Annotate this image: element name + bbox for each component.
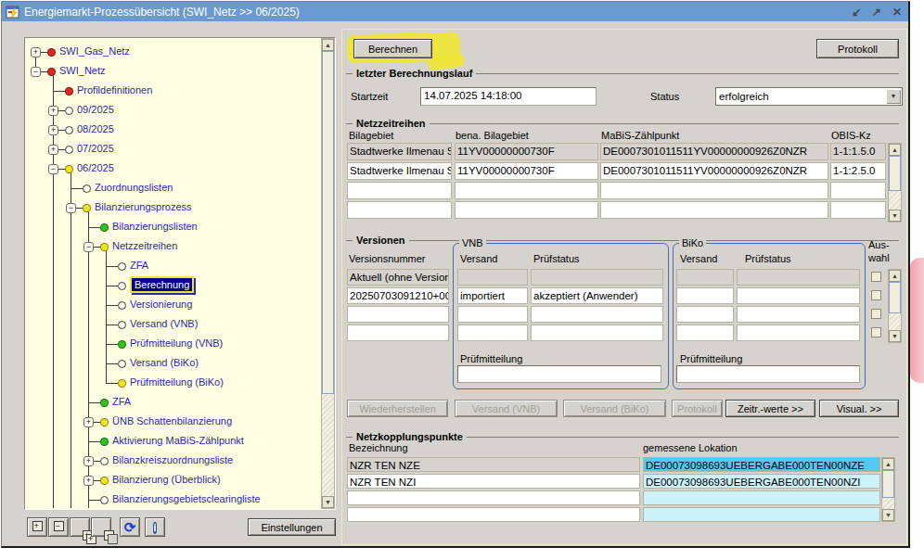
versionen-biko-versand-cell[interactable] [676, 306, 734, 323]
nkp-lokation-cell[interactable] [643, 490, 880, 505]
tree-item-zfa[interactable]: ZFA [130, 260, 148, 271]
auswahl-checkbox[interactable] [871, 290, 881, 300]
tree-item-zfa[interactable]: ZFA [112, 396, 131, 407]
expand-plus-icon[interactable]: + [83, 456, 94, 466]
versionen-vnb-pruefstatus-cell[interactable]: akzeptiert (Anwender) [531, 287, 663, 304]
versionen-vnb-versand-cell[interactable] [457, 306, 528, 323]
zeitr-werte--button[interactable]: Zeitr.-werte >> [725, 400, 815, 417]
nkp-lokation-cell[interactable]: DE00073098693UEBERGABE000TEN00NZE [643, 457, 880, 472]
status-dropdown[interactable]: erfolgreich ▼ [715, 87, 903, 106]
tree-item-bilanzierungsgebietsclearingliste[interactable]: Bilanzierungsgebietsclearingliste [112, 493, 261, 504]
minimize-icon[interactable]: ↙ [849, 6, 864, 19]
versionen-vnb-pruefstatus-cell[interactable] [531, 325, 663, 341]
versionen-versionsnummer-cell[interactable]: 20250703091210+00 [347, 287, 449, 304]
netzzeitreihen-cell[interactable] [455, 182, 598, 199]
netzzeitreihen-cell[interactable] [600, 182, 828, 199]
scrollbar[interactable]: ▲▼ [888, 269, 902, 343]
tree-item-aktivierung-mabis-z-hlpunkt[interactable]: Aktivierung MaBiS-Zählpunkt [112, 435, 244, 446]
scrollbar[interactable]: ▲▼ [888, 143, 902, 223]
collapse-node-button[interactable]: − [48, 517, 69, 537]
info-button[interactable]: i [145, 517, 165, 537]
chevron-down-icon[interactable]: ▼ [886, 89, 901, 104]
scrollbar-thumb[interactable] [889, 156, 901, 191]
scroll-down-icon[interactable]: ▼ [889, 330, 901, 342]
netzzeitreihen-cell[interactable]: DE0007301011511YV00000000926Z0NZR [600, 162, 828, 180]
netzzeitreihen-cell[interactable] [347, 182, 452, 199]
expand-plus-icon[interactable]: + [31, 47, 41, 57]
vnb-pruefmitteilung-field[interactable] [457, 365, 661, 383]
expand-all-button[interactable]: + + [70, 517, 90, 537]
netzzeitreihen-cell[interactable]: DE0007301011511YV00000000926Z0NZR [600, 143, 828, 160]
tree-item-versand-biko-[interactable]: Versand (BiKo) [130, 357, 199, 368]
nkp-bezeichnung-cell[interactable] [347, 507, 640, 522]
netzzeitreihen-cell[interactable]: 11YV00000000730F [455, 143, 598, 160]
expand-plus-icon[interactable]: + [48, 145, 58, 155]
tree-item-profildefinitionen[interactable]: Profildefinitionen [77, 84, 152, 95]
versionen-vnb-versand-cell[interactable] [457, 325, 528, 341]
tree-item--nb-schattenbilanzierung[interactable]: ÜNB Schattenbilanzierung [112, 415, 232, 426]
versionen-biko-versand-cell[interactable] [676, 287, 734, 304]
auswahl-checkbox[interactable] [871, 272, 881, 282]
netzzeitreihen-cell[interactable]: Stadtwerke Ilmenau St [347, 162, 452, 180]
berechnen-button[interactable]: Berechnen [353, 39, 432, 58]
netzzeitreihen-cell[interactable]: 1-1:1.5.0 [830, 143, 886, 160]
scrollbar-thumb[interactable] [882, 470, 894, 498]
scrollbar-thumb[interactable] [889, 282, 901, 313]
auswahl-checkbox[interactable] [871, 309, 881, 319]
scrollbar[interactable]: ▲▼ [881, 457, 895, 522]
scroll-down-icon[interactable]: ▼ [322, 496, 334, 508]
tree-item-versand-vnb-[interactable]: Versand (VNB) [130, 318, 198, 329]
versionen-biko-pruefstatus-cell[interactable] [737, 269, 860, 286]
versionen-biko-pruefstatus-cell[interactable] [737, 325, 860, 341]
tree-item-pr-fmitteilung-biko-[interactable]: Prüfmitteilung (BiKo) [130, 376, 224, 388]
netzzeitreihen-cell[interactable] [830, 201, 886, 219]
versionen-biko-pruefstatus-cell[interactable] [737, 306, 860, 323]
scroll-up-icon[interactable]: ▲ [889, 270, 901, 282]
scroll-down-icon[interactable]: ▼ [889, 210, 901, 222]
tree-item-07-2025[interactable]: 07/2025 [77, 143, 114, 154]
netzzeitreihen-cell[interactable] [455, 201, 598, 219]
expand-node-button[interactable]: + [27, 517, 47, 537]
biko-pruefmitteilung-field[interactable] [676, 365, 860, 383]
einstellungen-button[interactable]: Einstellungen [248, 518, 336, 536]
auswahl-checkbox[interactable] [871, 327, 881, 337]
nkp-bezeichnung-cell[interactable] [347, 490, 640, 505]
netzzeitreihen-cell[interactable] [347, 201, 452, 219]
netzzeitreihen-cell[interactable]: Stadtwerke Ilmenau St [347, 143, 452, 160]
scroll-down-icon[interactable]: ▼ [882, 509, 894, 521]
tree-item-pr-fmitteilung-vnb-[interactable]: Prüfmitteilung (VNB) [130, 337, 223, 349]
versionen-biko-pruefstatus-cell[interactable] [737, 287, 860, 304]
versionen-versionsnummer-cell[interactable] [347, 306, 449, 323]
tree-item-versionierung[interactable]: Versionierung [130, 299, 192, 310]
tree-item-bilanzierung-berblick-[interactable]: Bilanzierung (Überblick) [112, 474, 221, 485]
netzzeitreihen-cell[interactable]: 1-1:2.5.0 [830, 162, 886, 180]
tree-item-bilanzierungsprozess[interactable]: Bilanzierungsprozess [95, 201, 192, 212]
tree-item-09-2025[interactable]: 09/2025 [77, 104, 114, 115]
versionen-vnb-pruefstatus-cell[interactable] [531, 269, 663, 286]
expand-plus-icon[interactable]: + [48, 106, 58, 116]
tree-item-berechnung[interactable]: Berechnung [130, 276, 194, 293]
versionen-vnb-pruefstatus-cell[interactable] [531, 306, 663, 323]
versionen-biko-versand-cell[interactable] [676, 269, 734, 286]
tree-item-06-2025[interactable]: 06/2025 [77, 162, 114, 173]
tree-item-netzzeitreihen[interactable]: Netzzeitreihen [112, 240, 177, 251]
scroll-up-icon[interactable]: ▲ [322, 39, 334, 51]
versionen-vnb-versand-cell[interactable] [457, 269, 528, 286]
netzzeitreihen-cell[interactable] [830, 182, 886, 199]
expand-plus-icon[interactable]: + [83, 476, 94, 486]
tree-item-zuordnungslisten[interactable]: Zuordnungslisten [95, 182, 173, 193]
netzzeitreihen-cell[interactable] [600, 201, 828, 219]
collapse-minus-icon[interactable]: − [83, 242, 94, 252]
scrollbar-thumb[interactable] [322, 51, 334, 394]
tree-item-08-2025[interactable]: 08/2025 [77, 123, 114, 134]
protokoll-top-button[interactable]: Protokoll [816, 39, 899, 58]
versionen-vnb-versand-cell[interactable]: importiert [457, 287, 528, 304]
scroll-up-icon[interactable]: ▲ [882, 458, 894, 470]
scroll-up-icon[interactable]: ▲ [889, 144, 901, 156]
expand-plus-icon[interactable]: + [83, 417, 94, 427]
expand-plus-icon[interactable]: + [48, 125, 58, 135]
refresh-button[interactable]: ⟳ [120, 517, 140, 537]
scrollbar[interactable]: ▲▼ [321, 38, 335, 509]
collapse-all-button[interactable]: − [91, 517, 111, 537]
nkp-bezeichnung-cell[interactable]: NZR TEN NZE [347, 457, 640, 472]
